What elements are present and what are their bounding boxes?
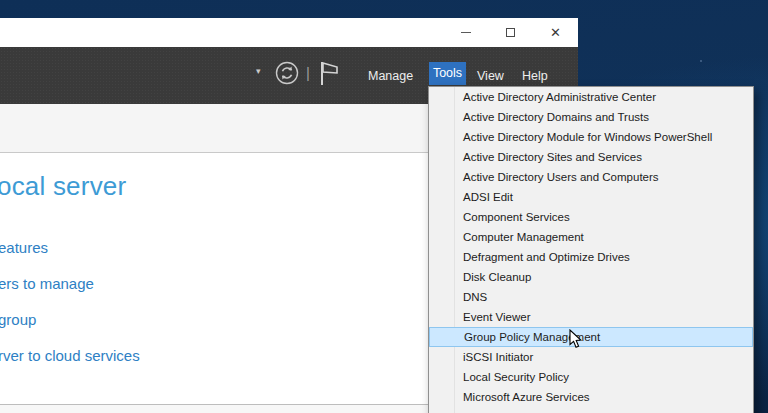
menu-item[interactable]: Active Directory Module for Windows Powe… — [429, 127, 753, 147]
menu-item[interactable]: Group Policy Management — [429, 327, 753, 347]
close-button[interactable]: ✕ — [533, 18, 578, 47]
menu-item[interactable]: Local Security Policy — [429, 367, 753, 387]
menu-manage[interactable]: Manage — [368, 66, 413, 86]
menu-tools[interactable]: Tools — [429, 62, 466, 85]
quick-start-links: eaturesers to managegrouprver to cloud s… — [0, 238, 140, 382]
refresh-dropdown-caret-icon[interactable]: ▾ — [256, 66, 261, 76]
menu-item[interactable]: Component Services — [429, 207, 753, 227]
minimize-button[interactable] — [443, 18, 488, 47]
menu-item[interactable]: iSCSI Initiator — [429, 347, 753, 367]
menu-item[interactable]: Computer Management — [429, 227, 753, 247]
minimize-icon — [461, 32, 471, 33]
quick-start-link[interactable]: ers to manage — [0, 274, 140, 293]
refresh-icon[interactable] — [275, 61, 299, 85]
tools-menu-list: Active Directory Administrative CenterAc… — [429, 87, 753, 407]
maximize-icon — [506, 28, 515, 37]
menu-item[interactable]: Active Directory Administrative Center — [429, 87, 753, 107]
wallpaper-sparkle — [700, 60, 702, 62]
menu-help[interactable]: Help — [522, 66, 548, 86]
notifications-flag-icon[interactable] — [319, 60, 341, 87]
close-icon: ✕ — [550, 26, 561, 39]
mouse-cursor — [569, 329, 583, 349]
maximize-button[interactable] — [488, 18, 533, 47]
menu-item[interactable]: Disk Cleanup — [429, 267, 753, 287]
menu-item[interactable]: Event Viewer — [429, 307, 753, 327]
menu-item[interactable]: Defragment and Optimize Drives — [429, 247, 753, 267]
configure-local-server-link[interactable]: ocal server — [0, 171, 126, 202]
quick-start-link[interactable]: group — [0, 310, 140, 329]
toolbar-separator: | — [306, 64, 310, 81]
menu-item[interactable]: ADSI Edit — [429, 187, 753, 207]
quick-start-link[interactable]: eatures — [0, 238, 140, 257]
menu-item[interactable]: Microsoft Azure Services — [429, 387, 753, 407]
menu-item[interactable]: Active Directory Sites and Services — [429, 147, 753, 167]
quick-start-link[interactable]: rver to cloud services — [0, 346, 140, 365]
menu-view[interactable]: View — [477, 66, 504, 86]
desktop: ✕ ▾ | Manage Tools View Help — [0, 0, 768, 413]
tools-menu: Active Directory Administrative CenterAc… — [428, 86, 754, 413]
menu-item[interactable]: Active Directory Domains and Trusts — [429, 107, 753, 127]
caption-buttons: ✕ — [443, 18, 578, 47]
menu-item[interactable]: Active Directory Users and Computers — [429, 167, 753, 187]
menu-item[interactable]: DNS — [429, 287, 753, 307]
titlebar: ✕ — [0, 18, 578, 47]
